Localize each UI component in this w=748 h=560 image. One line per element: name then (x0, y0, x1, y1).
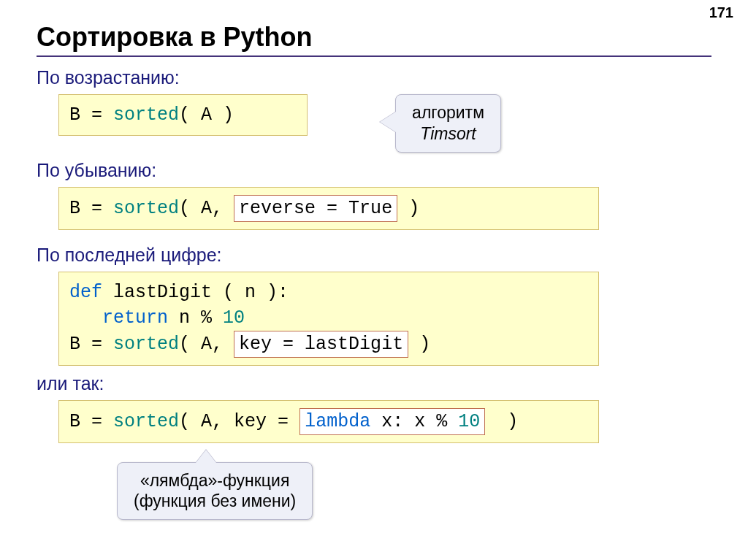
code-token: ) (485, 411, 518, 432)
code-token: , (212, 411, 234, 432)
code-token: B (69, 198, 80, 219)
code-token: B (69, 411, 80, 432)
code-token: def (69, 282, 102, 303)
code-token: ) (397, 198, 419, 219)
code-token: = (80, 198, 113, 219)
code-token: ( (179, 334, 201, 355)
code-token: B (69, 104, 80, 126)
code-token: = (267, 411, 299, 432)
code-token: , (212, 198, 234, 219)
section-or-label: или так: (37, 373, 711, 394)
callout-line: «лямбда»-функция (134, 470, 296, 491)
code-inset-reverse: reverse = True (234, 195, 397, 222)
code-token: sorted (113, 198, 179, 219)
callout-line: Timsort (412, 123, 484, 145)
code-token: = (80, 334, 113, 355)
callout-pointer-icon (196, 450, 216, 463)
code-token: ) (212, 104, 234, 126)
callout-pointer-icon (380, 112, 396, 132)
code-inset-key: key = lastDigit (234, 331, 408, 358)
slide-content: Сортировка в Python По возрастанию: B = … (0, 0, 748, 534)
code-token: ( (179, 411, 201, 432)
callout-lambda: «лямбда»-функция (функция без имени) (117, 462, 313, 521)
code-token: x: x (370, 411, 425, 432)
code-token: ( (223, 282, 245, 303)
code-token: A (201, 104, 212, 126)
code-token: n (245, 282, 256, 303)
code-token: ( (179, 104, 201, 126)
section-lastdigit-label: По последней цифре: (37, 245, 711, 266)
code-lambda: B = sorted( A, key = lambda x: x % 10 ) (58, 400, 599, 443)
code-token: 10 (458, 411, 480, 432)
code-token: sorted (113, 334, 179, 355)
code-token: lastDigit (102, 282, 223, 303)
code-token: ): (256, 282, 289, 303)
code-token: B (69, 334, 80, 355)
code-token: = (80, 104, 113, 126)
callout-line: алгоритм (412, 102, 484, 123)
code-token: A (201, 411, 212, 432)
section-asc-label: По возрастанию: (37, 67, 711, 88)
code-token: ( (179, 198, 201, 219)
code-token: return (102, 307, 168, 329)
code-token: A (201, 198, 212, 219)
code-lastdigit: def lastDigit ( n ): return n % 10 B = s… (58, 272, 599, 366)
code-desc: B = sorted( A, reverse = True ) (58, 187, 599, 230)
code-token: lambda (305, 411, 370, 432)
code-token: n (168, 307, 190, 329)
code-token: sorted (113, 411, 179, 432)
code-token: = (80, 411, 113, 432)
code-token: 10 (223, 307, 245, 329)
slide-title: Сортировка в Python (37, 22, 711, 53)
code-token: % (425, 411, 458, 432)
callout-timsort: алгоритм Timsort (395, 94, 501, 153)
page-number: 171 (709, 4, 733, 21)
code-token: A (201, 334, 212, 355)
callout-line: (функция без имени) (134, 491, 296, 512)
title-rule (37, 55, 711, 57)
code-asc: B = sorted( A ) (58, 94, 308, 136)
code-token: , (212, 334, 234, 355)
code-token: key (234, 411, 267, 432)
code-token: % (190, 307, 223, 329)
code-inset-lambda: lambda x: x % 10 (299, 408, 485, 435)
section-desc-label: По убыванию: (37, 160, 711, 181)
code-token: sorted (113, 104, 179, 126)
code-token: ) (408, 334, 430, 355)
